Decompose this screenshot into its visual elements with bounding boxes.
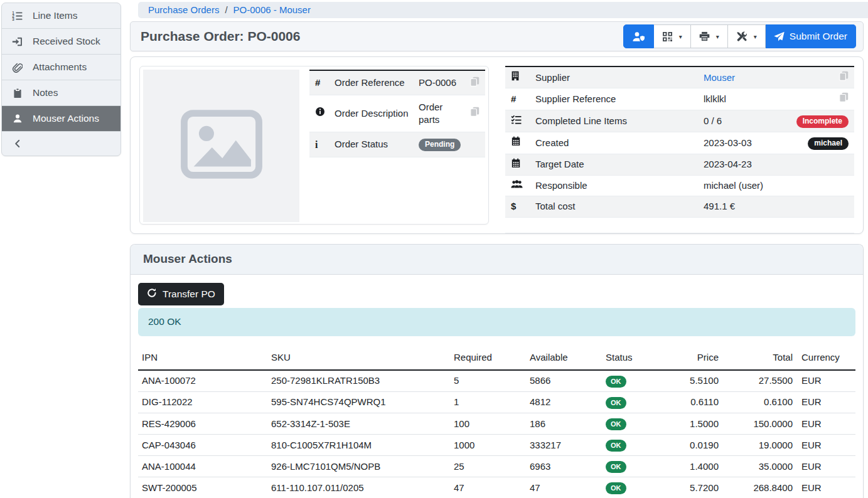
sku-cell: 926-LMC7101QM5/NOPB	[267, 456, 450, 477]
sidebar-item-notes[interactable]: Notes	[2, 80, 121, 106]
sidebar-item-label: Notes	[33, 87, 58, 100]
clipboard-icon	[11, 88, 23, 98]
status-alert: 200 OK	[138, 308, 855, 336]
caret-down-icon: ▾	[679, 33, 682, 40]
incomplete-badge: Incomplete	[796, 115, 849, 128]
sidebar-item-received-stock[interactable]: Received Stock	[2, 29, 121, 55]
copy-icon[interactable]	[470, 107, 480, 117]
michael-badge: michael	[808, 137, 849, 150]
tasks-icon	[511, 116, 522, 127]
sidebar-item-line-items[interactable]: 123 Line Items	[2, 3, 121, 29]
detail-row-order-status: i Order Status Pending	[309, 132, 485, 157]
price-cell: 5.7200	[653, 477, 724, 498]
total-cell: 35.0000	[724, 456, 798, 477]
status-cell: OK	[602, 391, 653, 413]
transfer-po-button[interactable]: Transfer PO	[138, 283, 224, 305]
transfer-po-label: Transfer PO	[163, 289, 215, 300]
image-placeholder-icon	[174, 97, 269, 195]
table-row: DIG-112022 595-SN74HCS74QPWRQ1 1 4812 OK…	[138, 391, 855, 413]
copy-icon[interactable]	[470, 77, 480, 87]
button-label: Submit Order	[790, 31, 847, 42]
price-cell: 0.0190	[653, 435, 724, 456]
ok-badge: OK	[606, 397, 626, 409]
detail-value: 491.1 €	[704, 201, 735, 211]
table-row: RES-429006 652-3314Z-1-503E 100 186 OK 1…	[138, 413, 855, 435]
sidebar-item-label: Line Items	[33, 9, 78, 23]
table-row: ANA-100044 926-LMC7101QM5/NOPB 25 6963 O…	[138, 456, 855, 477]
detail-label: Total cost	[533, 196, 701, 217]
detail-row-created: Created 2023-03-03 michael	[505, 132, 854, 154]
total-cell: 27.5500	[724, 370, 798, 392]
table-row: SWT-200005 611-110.107.011/0205 47 47 OK…	[138, 477, 855, 498]
ok-badge: OK	[606, 376, 626, 388]
column-header-price: Price	[653, 349, 724, 370]
submit-order-button[interactable]: Submit Order	[766, 24, 856, 48]
sidebar: 123 Line Items Received Stock Attachment…	[0, 0, 122, 498]
detail-row-empty	[505, 217, 854, 233]
status-cell: OK	[602, 370, 653, 392]
column-header-ipn: IPN	[138, 349, 267, 370]
parts-table-header-row: IPNSKURequiredAvailableStatusPriceTotalC…	[138, 349, 855, 370]
sidebar-collapse-button[interactable]	[2, 132, 121, 156]
copy-icon[interactable]	[839, 92, 849, 102]
ok-badge: OK	[606, 482, 626, 494]
price-cell: 0.6110	[653, 391, 724, 413]
currency-cell: EUR	[798, 456, 855, 477]
available-cell: 47	[526, 477, 602, 498]
detail-label: Order Status	[332, 132, 416, 157]
sidebar-list: 123 Line Items Received Stock Attachment…	[1, 3, 121, 156]
total-cell: 268.8400	[724, 477, 798, 498]
dollar-icon: $	[511, 201, 516, 211]
caret-down-icon: ▾	[754, 33, 757, 40]
user-icon	[11, 114, 23, 124]
breadcrumb-link-po-0006-mouser[interactable]: PO-0006 - Mouser	[233, 4, 311, 16]
currency-cell: EUR	[798, 477, 855, 498]
mouser-actions-panel: Mouser Actions Transfer PO 200 OK IPNSKU…	[130, 244, 864, 498]
ipn-cell: ANA-100044	[138, 456, 267, 477]
ipn-cell: RES-429006	[138, 413, 267, 435]
admin-button[interactable]	[623, 24, 654, 48]
detail-value: 0 / 6	[704, 115, 722, 126]
print-icon	[699, 31, 710, 41]
detail-value: PO-0006	[419, 77, 456, 88]
available-cell: 333217	[526, 435, 602, 456]
ipn-cell: SWT-200005	[138, 477, 267, 498]
status-cell: OK	[602, 435, 653, 456]
available-cell: 6963	[526, 456, 602, 477]
sku-cell: 250-72981KLRATR150B3	[267, 370, 450, 392]
required-cell: 1	[450, 391, 526, 413]
detail-label: Supplier Reference	[533, 88, 701, 110]
ipn-cell: ANA-100072	[138, 370, 267, 392]
chevron-left-icon	[11, 139, 23, 148]
sku-cell: 595-SN74HCS74QPWRQ1	[267, 391, 450, 413]
detail-row-supplier: Supplier Mouser	[505, 66, 854, 88]
detail-label: Created	[533, 132, 701, 154]
supplier-link[interactable]: Mouser	[704, 72, 735, 83]
sidebar-item-mouser-actions[interactable]: Mouser Actions	[2, 106, 121, 132]
order-actions-button[interactable]: ▾	[728, 24, 766, 48]
column-header-required: Required	[450, 349, 526, 370]
ipn-cell: CAP-043046	[138, 435, 267, 456]
detail-label: Responsible	[533, 176, 701, 196]
barcode-menu-button[interactable]: ▾	[654, 24, 691, 48]
sidebar-item-attachments[interactable]: Attachments	[2, 55, 121, 80]
sidebar-item-label: Attachments	[33, 61, 87, 74]
ok-badge: OK	[606, 461, 626, 473]
detail-value: 2023-03-03	[704, 137, 752, 148]
order-status-badge: Pending	[419, 139, 461, 151]
column-header-available: Available	[526, 349, 602, 370]
column-header-status: Status	[602, 349, 653, 370]
user-shield-icon	[632, 31, 645, 42]
copy-icon[interactable]	[839, 71, 849, 81]
parts-table: IPNSKURequiredAvailableStatusPriceTotalC…	[138, 349, 855, 498]
list-ol-icon: 123	[11, 11, 23, 21]
paper-plane-icon	[774, 31, 785, 42]
print-menu-button[interactable]: ▾	[691, 24, 728, 48]
table-row: CAP-043046 810-C1005X7R1H104M 1000 33321…	[138, 435, 855, 456]
status-cell: OK	[602, 477, 653, 498]
main-content: Purchase Orders/PO-0006 - Mouser Purchas…	[122, 0, 868, 498]
supplier-details-table: Supplier Mouser # Supplier Reference lkl…	[505, 66, 854, 233]
qrcode-icon	[662, 31, 673, 42]
breadcrumb-link-purchase-orders[interactable]: Purchase Orders	[148, 4, 219, 16]
breadcrumb-separator: /	[225, 4, 227, 16]
